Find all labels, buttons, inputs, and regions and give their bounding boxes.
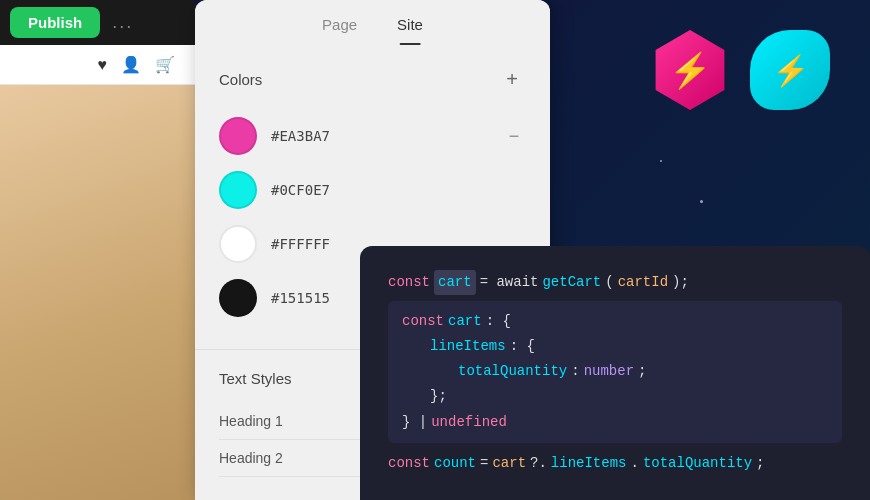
code-const-3: const: [388, 451, 430, 476]
code-type-sep: :: [571, 359, 579, 384]
code-lineitems-brace: : {: [510, 334, 535, 359]
code-optional-chain: ?.: [530, 451, 547, 476]
color-item-1: #EA3BA7 −: [219, 109, 526, 163]
code-line-6: } | undefined: [402, 410, 828, 435]
code-end-semi: ;: [756, 451, 764, 476]
heart-icon[interactable]: ♥: [98, 56, 108, 74]
colors-section-header: Colors +: [219, 65, 526, 93]
code-panel: const cart = await getCart ( cartId ); c…: [360, 246, 870, 500]
preview-navigation: ♥ 👤 🛒: [0, 45, 195, 85]
code-colon: : {: [486, 309, 511, 334]
code-param-cartid: cartId: [618, 270, 668, 295]
code-line-2: const cart : {: [402, 309, 828, 334]
code-lineitems-ref: lineItems: [551, 451, 627, 476]
code-line-5: };: [402, 384, 828, 409]
code-cart-ref: cart: [492, 451, 526, 476]
tab-site[interactable]: Site: [397, 16, 423, 45]
code-line-1: const cart = await getCart ( cartId );: [388, 270, 842, 295]
code-paren-open: (: [605, 270, 613, 295]
code-const-2: const: [402, 309, 444, 334]
code-dot: .: [630, 451, 638, 476]
preview-content: [0, 85, 195, 500]
code-count: count: [434, 451, 476, 476]
preview-header: Publish ...: [0, 0, 195, 45]
code-var-cart: cart: [434, 270, 476, 295]
bolt-icon: ⚡: [669, 50, 711, 90]
code-type-number: number: [584, 359, 634, 384]
code-line-4: totalQuantity : number ;: [402, 359, 828, 384]
code-totalquantity-ref: totalQuantity: [643, 451, 752, 476]
color-swatch-3[interactable]: [219, 225, 257, 263]
plugin-icons-container: ⚡ ⚡: [650, 30, 830, 110]
code-assign: =: [480, 451, 488, 476]
code-line-7: const count = cart ?. lineItems . totalQ…: [388, 451, 842, 476]
code-lineitems: lineItems: [430, 334, 506, 359]
remove-color-1-button[interactable]: −: [502, 124, 526, 148]
bolt-hexagon: ⚡: [650, 30, 730, 110]
text-styles-title: Text Styles: [219, 370, 292, 387]
star: [660, 160, 662, 162]
flash-icon: ⚡: [772, 53, 809, 88]
star: [700, 200, 703, 203]
code-totalquantity: totalQuantity: [458, 359, 567, 384]
panel-tabs: Page Site: [195, 0, 550, 45]
color-swatch-4[interactable]: [219, 279, 257, 317]
code-paren-close: );: [672, 270, 689, 295]
color-label-2: #0CF0E7: [271, 182, 526, 198]
flash-plugin-icon[interactable]: ⚡: [750, 30, 830, 110]
code-equals: = await: [480, 270, 539, 295]
code-type-block: const cart : { lineItems : { totalQuanti…: [388, 301, 842, 443]
color-item-2: #0CF0E7: [219, 163, 526, 217]
code-close-brace-1: };: [430, 384, 447, 409]
publish-button[interactable]: Publish: [10, 7, 100, 38]
website-preview-panel: Publish ... ♥ 👤 🛒: [0, 0, 195, 500]
more-options-button[interactable]: ...: [112, 12, 133, 33]
color-swatch-2[interactable]: [219, 171, 257, 209]
preview-image: [0, 85, 195, 500]
user-icon[interactable]: 👤: [121, 55, 141, 74]
bolt-plugin-icon[interactable]: ⚡: [650, 30, 730, 110]
tab-page[interactable]: Page: [322, 16, 357, 45]
code-func-getcart: getCart: [542, 270, 601, 295]
code-keyword-const: const: [388, 270, 430, 295]
cart-icon[interactable]: 🛒: [155, 55, 175, 74]
code-semi: ;: [638, 359, 646, 384]
colors-section-title: Colors: [219, 71, 262, 88]
code-close-brace-2: } |: [402, 410, 427, 435]
code-line-3: lineItems : {: [402, 334, 828, 359]
add-color-button[interactable]: +: [498, 65, 526, 93]
color-label-1: #EA3BA7: [271, 128, 488, 144]
code-undefined: undefined: [431, 410, 507, 435]
flash-shape: ⚡: [750, 30, 830, 110]
code-cart-2: cart: [448, 309, 482, 334]
color-swatch-1[interactable]: [219, 117, 257, 155]
